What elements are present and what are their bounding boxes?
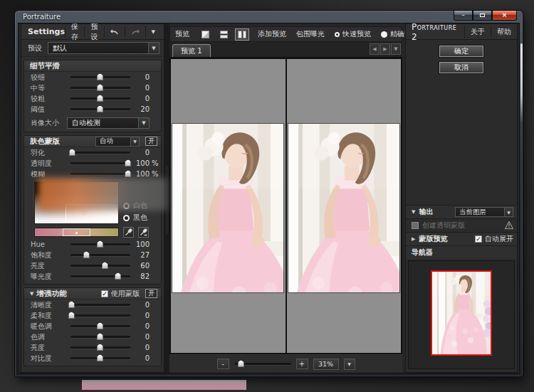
chevron-down-icon[interactable]: ▼ [148, 43, 159, 53]
preset-button[interactable]: 预设 [84, 26, 103, 38]
quick-preview-radio[interactable]: 快速预览 [330, 27, 376, 41]
slider-thumb[interactable] [69, 149, 75, 156]
slider-thumb[interactable] [125, 170, 131, 177]
tint-slider[interactable] [70, 336, 130, 338]
feather-slider[interactable] [70, 152, 130, 154]
medium-slider[interactable] [70, 87, 130, 89]
zoom-in-button[interactable]: + [296, 359, 308, 369]
about-button[interactable]: 关于 [464, 26, 491, 38]
skin-mask-mode-select[interactable]: 自动 ▼ [95, 137, 140, 147]
blur-slider[interactable] [70, 173, 130, 175]
slider-thumb[interactable] [97, 354, 103, 361]
view-split-vertical-button[interactable] [235, 28, 249, 41]
auto-expand-checkbox[interactable]: ✓ 自动展开 [475, 234, 513, 244]
title-bar[interactable]: Portraiture [15, 11, 523, 23]
preview-pane-left[interactable] [171, 59, 286, 353]
hue-slider[interactable] [70, 243, 130, 245]
skin-mask-header[interactable]: 肤色蒙版 自动 ▼ 开 [24, 136, 161, 147]
cancel-button[interactable]: 取消 [439, 62, 483, 73]
use-mask-checkbox[interactable]: ✓ 使用蒙版 [101, 289, 140, 299]
zoom-out-button[interactable]: - [217, 359, 229, 369]
lightness-slider[interactable] [70, 346, 130, 349]
skin-mask-toggle-button[interactable]: 开 [145, 137, 157, 146]
slider-thumb[interactable] [97, 333, 103, 340]
fine-slider[interactable] [70, 76, 130, 78]
slider-thumb[interactable] [115, 272, 121, 280]
slider-thumb[interactable] [97, 105, 103, 112]
minimize-button[interactable]: – [454, 11, 473, 21]
triangle-down-icon[interactable]: ▼ [412, 209, 415, 215]
zoom-level-value[interactable]: 31% [313, 359, 339, 370]
help-button[interactable]: 帮助 [491, 26, 517, 38]
checkbox-disabled-icon[interactable] [412, 222, 419, 229]
output-target-select[interactable]: 当前图层 ▼ [455, 207, 513, 217]
preview-pane-right[interactable] [287, 59, 402, 353]
slider-thumb[interactable] [68, 312, 75, 319]
slider-thumb[interactable] [97, 84, 103, 91]
slider-thumb[interactable] [68, 301, 75, 308]
preview-image-right[interactable] [288, 123, 400, 293]
chevron-down-icon: ▼ [394, 46, 397, 52]
chevron-down-icon[interactable]: ▼ [130, 137, 139, 146]
enhancement-header[interactable]: ▼ 增强功能 ✓ 使用蒙版 开 [24, 288, 161, 300]
brightness-slider[interactable] [70, 265, 130, 267]
triangle-down-icon[interactable]: ▼ [30, 291, 33, 297]
color-picker-marker[interactable]: + [82, 210, 87, 216]
portrait-size-select[interactable]: 自动检测 ▼ [67, 117, 150, 129]
chevron-down-icon[interactable]: ▼ [138, 118, 149, 128]
slider-thumb[interactable] [125, 159, 131, 166]
tab-list-button[interactable]: ▼ [391, 43, 401, 55]
preview-image-left[interactable] [172, 123, 284, 293]
exposure-slider[interactable] [70, 275, 130, 277]
zoom-slider[interactable] [234, 363, 291, 365]
eyedropper-remove-button[interactable] [138, 227, 149, 238]
threshold-slider[interactable] [70, 108, 130, 110]
bracket-exposure-button[interactable]: 包围曝光 [291, 27, 330, 41]
redo-button[interactable] [125, 26, 145, 38]
preview-tab-bar: 预览 1 ◀ ▶ ▼ [169, 42, 402, 58]
hue-range-selection[interactable] [63, 228, 91, 236]
eyedropper-add-button[interactable] [123, 227, 134, 238]
hue-range-strip[interactable] [34, 228, 119, 237]
zoom-level-dropdown[interactable]: ▼ [344, 359, 355, 370]
navigator-thumbnail[interactable] [431, 270, 492, 356]
saturation-slider[interactable] [70, 254, 130, 256]
slider-thumb[interactable] [97, 240, 103, 248]
contrast-slider[interactable] [70, 357, 130, 359]
preset-select[interactable]: 默认 ▼ [48, 42, 159, 54]
slider-thumb[interactable] [83, 251, 90, 258]
panel-divider[interactable] [164, 23, 169, 373]
slider-thumb[interactable] [97, 73, 103, 80]
slider-thumb[interactable] [97, 322, 103, 329]
zoom-slider-thumb[interactable] [238, 360, 244, 367]
softness-slider[interactable] [70, 314, 130, 317]
tab-preview-1[interactable]: 预览 1 [172, 44, 211, 57]
detail-smoothing-header[interactable]: 细节平滑 [24, 60, 161, 72]
warmth-slider[interactable] [70, 325, 130, 327]
maximize-button[interactable] [473, 11, 492, 21]
tab-prev-button[interactable]: ◀ [370, 43, 379, 55]
close-button[interactable]: × [492, 11, 517, 21]
enhancement-toggle-button[interactable]: 开 [145, 289, 157, 298]
add-preview-button[interactable]: 添加预览 [253, 27, 291, 41]
skin-color-picker[interactable]: + [34, 181, 119, 224]
ok-button[interactable]: 确定 [439, 46, 483, 57]
chevron-down-icon[interactable]: ▼ [504, 208, 513, 216]
slider-thumb[interactable] [97, 344, 103, 351]
coarse-slider[interactable] [70, 97, 130, 100]
save-button[interactable]: 保存 [65, 26, 84, 38]
clarity-slider[interactable] [70, 304, 130, 306]
view-split-horizontal-button[interactable] [216, 28, 231, 41]
opacity-slider[interactable] [70, 162, 130, 164]
undo-button[interactable] [104, 26, 125, 38]
triangle-right-icon[interactable]: ▶ [412, 236, 415, 242]
mask-black-radio[interactable]: 黑色 [123, 213, 147, 223]
slider-thumb[interactable] [97, 95, 103, 102]
tab-next-button[interactable]: ▶ [380, 43, 390, 55]
mask-white-radio[interactable]: 白色 [123, 201, 147, 211]
settings-menu-button[interactable]: ▼ [145, 26, 161, 38]
view-single-button[interactable] [198, 28, 212, 41]
slider-thumb[interactable] [102, 262, 108, 269]
divider-grip[interactable] [164, 164, 169, 235]
radio-icon [123, 215, 130, 221]
